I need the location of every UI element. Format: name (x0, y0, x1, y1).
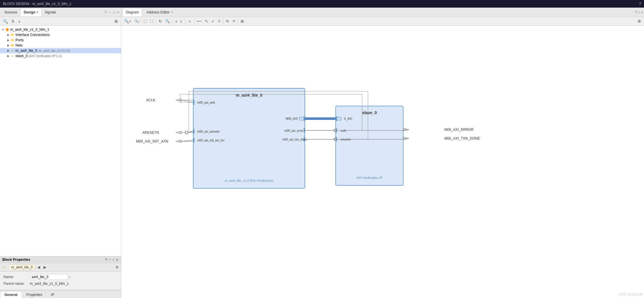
toolbar-sep-5 (223, 19, 223, 24)
maxi-chip-icon: 🔸 (11, 49, 15, 53)
diagram-svg: ACLK ARESETN M00_AXI_INIT_AXN m_axi4_lit… (121, 26, 644, 298)
tree-item-ports[interactable]: ▶ 📁 Ports (0, 37, 121, 43)
fit-selected-btn[interactable]: ⛶ (149, 19, 154, 24)
bp-maximize[interactable]: □ (112, 258, 115, 261)
align-v-btn[interactable]: ⫿ (179, 19, 183, 24)
bp-nav-forward[interactable]: ▶ (43, 265, 47, 269)
help-icon[interactable]: ? (639, 2, 641, 6)
toolbar-sep-2 (172, 19, 173, 24)
svg-text:M00_AXI_ERROR: M00_AXI_ERROR (444, 128, 474, 132)
interface-arrow: ▶ (6, 33, 10, 36)
pin-button[interactable]: ⤓ (17, 19, 22, 24)
main-container: Sources Design × Signals ? − □ × 🔍 ⇅ ⤓ ⚙ (0, 8, 644, 298)
bp-fields: Name: × Parent name: m_axi4_lite_v1_0_bf… (0, 272, 121, 290)
connect-btn[interactable]: ⟵ (196, 19, 203, 24)
bp-field-name: Name: × (4, 274, 118, 280)
tree-item-m-axi4[interactable]: ▶ 🔸 m_axi4_lite_0 (m_axi4_lite_v1.0:1.0) (0, 48, 121, 53)
diagram-tab-bar: Diagram Address Editor × ? □ × (121, 8, 644, 17)
toolbar-sep-1 (156, 19, 156, 24)
svg-text:M00_AXI_TXN_DONE: M00_AXI_TXN_DONE (444, 136, 480, 141)
toolbar-sep-3 (185, 19, 185, 24)
help-btn[interactable]: ? (104, 11, 107, 14)
diag-settings-btn[interactable]: ⚙ (636, 18, 642, 24)
nets-folder-icon: 📁 (11, 44, 15, 47)
address-editor-close[interactable]: × (171, 11, 173, 14)
svg-text:ACLK: ACLK (146, 98, 155, 102)
diag-close[interactable]: × (641, 11, 643, 14)
tree-view: ▼ 🔶 m_axi4_lite_v1_0_bfm_1 ▶ 📁 Interface… (0, 26, 121, 256)
tree-slave-label: slave_0 (AXI Verification IP:1.1) (15, 54, 62, 58)
sort-button[interactable]: ⇅ (10, 19, 15, 24)
sources-toolbar: 🔍 ⇅ ⤓ ⚙ (0, 17, 121, 26)
tree-root-label: m_axi4_lite_v1_0_bfm_1 (10, 28, 49, 32)
tab-design-close[interactable]: × (37, 11, 38, 14)
bp-nav-back[interactable]: ◀ (37, 265, 41, 269)
svg-text:+: + (301, 117, 302, 120)
svg-text:m00_axi_init_axi_txn: m00_axi_init_axi_txn (197, 139, 225, 142)
diagram-toolbar: 🔍+ 🔍− ⛶ ⛶ ↻ 🔍 ≡ ⫿ ＋ ⟵ ⛏ ✓ ⤮ ↻ ↺ ⊞ ⚙ (121, 17, 644, 26)
minimize-btn[interactable]: − (108, 11, 111, 14)
footer-tabs: General Properties IP (0, 290, 121, 298)
tab-sources[interactable]: Sources (1, 8, 20, 16)
diagram-tab-right: ? □ × (635, 11, 643, 14)
toolbar-sep-6 (238, 19, 238, 24)
diagram-canvas[interactable]: ACLK ARESETN M00_AXI_INIT_AXN m_axi4_lit… (121, 26, 644, 298)
tab-signals[interactable]: Signals (42, 8, 59, 16)
address-editor-tab[interactable]: Address Editor × (143, 8, 176, 16)
undo-btn[interactable]: ↺ (231, 19, 236, 24)
tree-item-interface[interactable]: ▶ 📁 Interface Connections (0, 32, 121, 37)
bp-name-clear[interactable]: × (69, 275, 70, 279)
maximize-btn[interactable]: □ (113, 11, 116, 14)
fit-all-btn[interactable]: ⛶ (142, 19, 148, 24)
settings-button[interactable]: ⚙ (113, 18, 119, 24)
redo-btn[interactable]: ↻ (225, 18, 230, 24)
add-btn[interactable]: ＋ (187, 18, 193, 25)
tree-item-slave0[interactable]: ▶ 🔸 slave_0 (AXI Verification IP:1.1) (0, 53, 121, 59)
bp-parent-value: m_axi4_lite_v1_0_bfm_1 (30, 282, 69, 286)
footer-tab-properties[interactable]: Properties (22, 291, 47, 298)
bp-name-bar: 🔸 m_axi4_lite_0 ◀ ▶ ⚙ (0, 263, 121, 272)
ports-arrow: ▶ (6, 39, 10, 42)
tree-ports-label: Ports (15, 38, 24, 42)
svg-text:S_AXI: S_AXI (344, 117, 352, 120)
align-h-btn[interactable]: ≡ (174, 19, 178, 24)
svg-text:AXI Verification IP: AXI Verification IP (356, 176, 383, 179)
interface-folder-icon: 📁 (11, 33, 15, 37)
search-diag-btn[interactable]: 🔍 (164, 18, 171, 24)
tree-item-nets[interactable]: ▶ 📁 Nets (0, 43, 121, 48)
bp-field-parent: Parent name: m_axi4_lite_v1_0_bfm_1 (4, 282, 118, 286)
nets-arrow: ▶ (6, 44, 10, 47)
validate-btn[interactable]: ✓ (210, 18, 216, 24)
footer-tab-general[interactable]: General (0, 291, 22, 298)
bp-name-input[interactable] (30, 274, 68, 280)
svg-text:m_axi4_lite_v1.0 (Pre-Producti: m_axi4_lite_v1.0 (Pre-Production) (225, 179, 274, 182)
bp-title: Block Properties (2, 258, 30, 262)
diag-maximize[interactable]: □ (638, 11, 640, 14)
tree-maxi-label: m_axi4_lite_0 (m_axi4_lite_v1.0:1.0) (15, 49, 70, 53)
diagram-tab[interactable]: Diagram (122, 8, 142, 16)
refresh-btn[interactable]: ↻ (158, 18, 163, 24)
bp-settings-btn[interactable]: ⚙ (115, 265, 119, 269)
disconnect-btn[interactable]: ⛏ (204, 19, 209, 24)
block-properties-panel: Block Properties ? − □ × 🔸 m_axi4_lite_0… (0, 256, 121, 290)
bp-minimize[interactable]: − (108, 258, 111, 261)
right-panel: Diagram Address Editor × ? □ × 🔍+ 🔍− ⛶ ⛶… (121, 8, 644, 298)
bp-actions: ? − □ × (105, 258, 119, 261)
tree-interface-label: Interface Connections (15, 33, 50, 37)
bp-help[interactable]: ? (105, 258, 108, 261)
zoom-out-btn[interactable]: 🔍− (133, 19, 141, 24)
left-panel: Sources Design × Signals ? − □ × 🔍 ⇅ ⤓ ⚙ (0, 8, 121, 298)
close-btn[interactable]: × (117, 11, 120, 14)
svg-text:m00_axi_aresetn: m00_axi_aresetn (197, 130, 220, 133)
bp-close[interactable]: × (116, 258, 119, 261)
search-button[interactable]: 🔍 (2, 18, 9, 24)
diag-help[interactable]: ? (635, 11, 637, 14)
auto-connect-btn[interactable]: ⤮ (217, 19, 222, 24)
tab-design[interactable]: Design × (20, 8, 42, 16)
svg-rect-14 (193, 100, 194, 105)
tree-nets-label: Nets (15, 43, 23, 47)
tree-root[interactable]: ▼ 🔶 m_axi4_lite_v1_0_bfm_1 (0, 27, 121, 32)
zoom-in-btn[interactable]: 🔍+ (123, 18, 132, 24)
footer-tab-ip[interactable]: IP (46, 291, 58, 298)
more-settings-btn[interactable]: ⊞ (239, 18, 245, 24)
